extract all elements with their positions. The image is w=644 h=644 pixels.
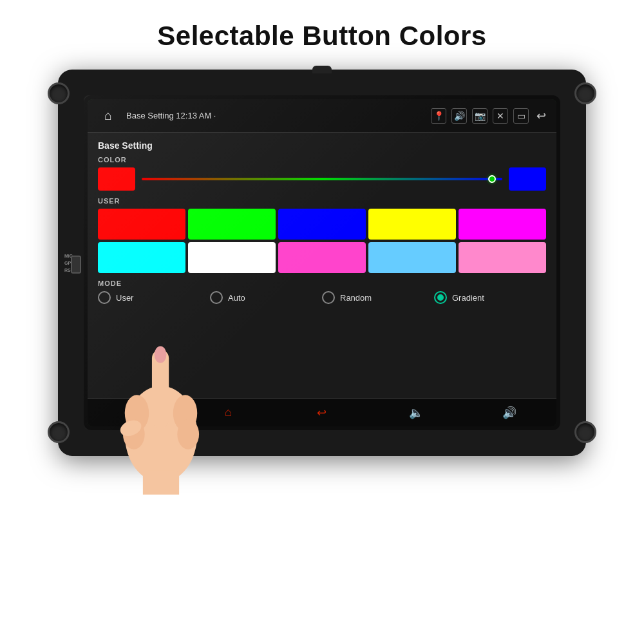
radio-auto[interactable] (210, 291, 223, 304)
page-title: Selectable Button Colors (157, 21, 486, 52)
volume-down-button[interactable]: 🔈 (406, 403, 426, 422)
color-cell-5[interactable] (98, 242, 185, 273)
volume-icon[interactable]: 🔊 (451, 108, 467, 124)
mode-random-label: Random (340, 293, 372, 303)
location-icon[interactable]: 📍 (431, 108, 446, 124)
camera-bump (312, 66, 332, 73)
mode-random[interactable]: Random (322, 291, 434, 304)
color-swatch-right[interactable] (509, 167, 546, 191)
color-cell-7[interactable] (278, 242, 366, 273)
mode-gradient-label: Gradient (452, 293, 484, 303)
color-cell-8[interactable] (368, 242, 456, 273)
mode-gradient[interactable]: Gradient (434, 291, 546, 304)
volume-up-button[interactable]: 🔊 (500, 403, 519, 422)
camera-icon[interactable]: 📷 (472, 108, 488, 124)
bottom-bar: ⏻ ⌂ ↩ 🔈 🔊 (88, 398, 556, 426)
status-title: Base Setting 12:13 AM · (126, 111, 423, 120)
back-button[interactable]: ↩ (536, 109, 546, 123)
color-slider-row (98, 167, 546, 191)
color-section-label: COLOR (98, 156, 546, 164)
user-section-label: USER (98, 197, 546, 205)
color-cell-3[interactable] (368, 209, 456, 240)
content-header: Base Setting (98, 140, 546, 151)
mode-auto[interactable]: Auto (210, 291, 322, 304)
car-unit: MIC GPS RST ⌂ Base Setting 12:13 AM · 📍 … (58, 70, 586, 456)
mode-user-label: User (116, 293, 133, 303)
back-nav-button[interactable]: ↩ (312, 403, 332, 422)
power-button[interactable]: ⏻ (125, 403, 144, 422)
screen: ⌂ Base Setting 12:13 AM · 📍 🔊 📷 ✕ ▭ ↩ Ba… (88, 99, 556, 426)
mode-row: User Auto Random (98, 291, 546, 304)
mode-section: MODE User Auto (98, 279, 546, 304)
color-cell-0[interactable] (98, 209, 185, 240)
color-cell-4[interactable] (459, 209, 546, 240)
color-section: COLOR (98, 156, 546, 191)
mount-hole-tr (574, 82, 596, 104)
content-area: Base Setting COLOR USER (88, 133, 556, 398)
color-slider-thumb[interactable] (488, 175, 496, 183)
mode-section-label: MODE (98, 279, 546, 287)
status-icons: 📍 🔊 📷 ✕ ▭ ↩ (431, 108, 546, 124)
mode-auto-label: Auto (228, 293, 245, 303)
color-cell-2[interactable] (278, 209, 366, 240)
color-slider-track[interactable] (142, 178, 502, 180)
radio-random[interactable] (322, 291, 335, 304)
usb-port (71, 256, 81, 274)
radio-gradient-fill (437, 294, 444, 301)
svg-rect-8 (143, 471, 179, 495)
close-icon[interactable]: ✕ (493, 108, 508, 124)
user-section: USER (98, 197, 546, 273)
status-bar: ⌂ Base Setting 12:13 AM · 📍 🔊 📷 ✕ ▭ ↩ (88, 99, 556, 133)
home-nav-button[interactable]: ⌂ (218, 403, 238, 422)
mode-user[interactable]: User (98, 291, 210, 304)
color-swatch-left[interactable] (98, 167, 135, 191)
mount-hole-tl (48, 82, 70, 104)
radio-user[interactable] (98, 291, 111, 304)
color-grid (98, 209, 546, 273)
color-cell-1[interactable] (188, 209, 276, 240)
radio-gradient[interactable] (434, 291, 447, 304)
color-cell-6[interactable] (188, 242, 276, 273)
screen-bezel: ⌂ Base Setting 12:13 AM · 📍 🔊 📷 ✕ ▭ ↩ Ba… (84, 95, 560, 430)
mount-hole-bl (48, 421, 70, 443)
window-icon[interactable]: ▭ (513, 108, 529, 124)
mount-hole-br (574, 421, 596, 443)
color-cell-9[interactable] (459, 242, 546, 273)
home-button[interactable]: ⌂ (98, 106, 118, 126)
